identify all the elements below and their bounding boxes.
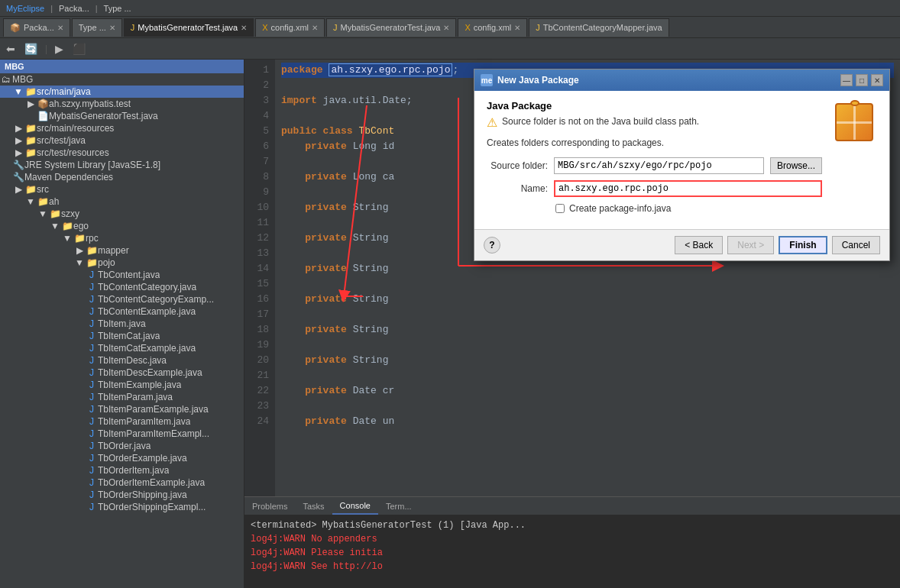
footer-buttons: < Back Next > Finish Cancel (675, 236, 880, 254)
tree-item-mbg[interactable]: 🗂 MBG (0, 73, 244, 86)
tab-close-icon[interactable]: ✕ (514, 24, 520, 32)
tree-item-tbitemparamitemex[interactable]: J TbItemParamItemExampl... (0, 428, 244, 440)
tab-close-icon[interactable]: ✕ (241, 24, 247, 32)
tree-item-tbitemdesc[interactable]: J TbItemDesc.java (0, 354, 244, 367)
tree-item-ego[interactable]: ▼ 📁 ego (0, 220, 244, 232)
name-label: Name: (487, 183, 548, 194)
tree-item-pojo[interactable]: ▼ 📁 pojo (0, 257, 244, 269)
console-log-2: log4j:WARN Please initia (251, 546, 894, 560)
tree-item-tbitemparam[interactable]: J TbItemParam.java (0, 391, 244, 403)
tree-item-tbitemparamex[interactable]: J TbItemParamExample.java (0, 403, 244, 415)
dialog-minimize-button[interactable]: — (840, 74, 853, 86)
tree-item-tbitemcatex[interactable]: J TbItemCatExample.java (0, 342, 244, 354)
tree-label: ego (73, 221, 89, 231)
help-button[interactable]: ? (484, 237, 500, 254)
browse-button[interactable]: Browse... (770, 157, 822, 174)
toolbar-btn-4[interactable]: ⬛ (70, 41, 89, 57)
tree-item-mybatisgen[interactable]: 📄 MybatisGeneratorTest.java (0, 110, 244, 122)
tree-item-tbitemex[interactable]: J TbItemExample.java (0, 379, 244, 391)
dialog-maximize-button[interactable]: □ (856, 74, 868, 86)
tree-item-tborder[interactable]: J TbOrder.java (0, 440, 244, 452)
expand-icon: ▼ (61, 233, 73, 244)
folder-icon: 📁 (24, 86, 37, 97)
tree-label: src/test/java (37, 135, 86, 146)
tab-mybatis-1[interactable]: J MybatisGeneratorTest.java ✕ (124, 18, 254, 37)
tree-item-maven[interactable]: 🔧 Maven Dependencies (0, 171, 244, 183)
tab-label: MybatisGeneratorTest.java (138, 23, 238, 32)
lib-icon: 🔧 (12, 172, 24, 183)
tree-item-srctestjava[interactable]: ▶ 📁 src/test/java (0, 134, 244, 147)
tree-label: Maven Dependencies (24, 172, 113, 183)
tree-item-rpc[interactable]: ▼ 📁 rpc (0, 232, 244, 244)
tree-label: TbItemParamExample.java (98, 404, 209, 415)
tree-item-tbitemcat[interactable]: J TbItemCat.java (0, 330, 244, 342)
tab-tbcontent[interactable]: J TbContentCategoryMapper.java (529, 18, 669, 37)
file-icon: J (86, 416, 98, 427)
footer-left: ? (484, 237, 500, 254)
tab-packa[interactable]: 📦 Packa... ✕ (3, 18, 70, 37)
toolbar-btn-2[interactable]: 🔄 (21, 41, 40, 57)
package-name-input[interactable] (554, 180, 822, 197)
breadcrumb-sep2: | (96, 4, 98, 13)
dialog-illustration (831, 100, 877, 141)
next-button[interactable]: Next > (727, 236, 774, 254)
tree-item-tbitem[interactable]: J TbItem.java (0, 318, 244, 330)
tree-item-srcmainjava[interactable]: ▼ 📁 src/main/java (0, 86, 244, 98)
toolbar-btn-3[interactable]: ▶ (52, 41, 66, 57)
tree-item-tbcontentex[interactable]: J TbContentExample.java (0, 305, 244, 318)
tree-item-src[interactable]: ▶ 📁 src (0, 183, 244, 195)
tab-type[interactable]: Type ... ✕ (72, 18, 122, 37)
back-button[interactable]: < Back (675, 236, 723, 254)
tree-label: TbItemParamItem.java (98, 416, 190, 427)
tree-item-srcmainres[interactable]: ▶ 📁 src/main/resources (0, 122, 244, 134)
tree-item-szxy[interactable]: ▼ 📁 szxy (0, 208, 244, 220)
tab-config-2[interactable]: X config.xml ✕ (458, 18, 527, 37)
finish-button[interactable]: Finish (779, 236, 827, 254)
expand-icon: ▼ (24, 196, 37, 207)
tree-label: TbItem.java (98, 318, 146, 329)
tree-label: JRE System Library [JavaSE-1.8] (24, 160, 160, 170)
cancel-button[interactable]: Cancel (832, 236, 880, 254)
tab-console[interactable]: Console (332, 497, 378, 515)
folder-icon: 📁 (24, 123, 37, 134)
tab-mybatis-2[interactable]: J MybatisGeneratorTest.java ✕ (326, 18, 456, 37)
tab-config-1[interactable]: X config.xml ✕ (255, 18, 325, 37)
tree-item-tborderitemex[interactable]: J TbOrderItemExample.java (0, 477, 244, 489)
tree-item-tbitemparamitem[interactable]: J TbItemParamItem.java (0, 415, 244, 428)
tab-close-icon[interactable]: ✕ (109, 24, 115, 32)
create-package-info-checkbox[interactable] (555, 204, 565, 213)
tab-tasks[interactable]: Tasks (295, 497, 332, 515)
tab-term[interactable]: Term... (378, 497, 419, 515)
tree-item-tbcontentcat[interactable]: J TbContentCategory.java (0, 281, 244, 293)
toolbar-btn-1[interactable]: ⬅ (3, 41, 18, 57)
code-line-21 (281, 368, 894, 383)
tab-close-icon[interactable]: ✕ (312, 24, 318, 32)
dialog-footer: ? < Back Next > Finish Cancel (474, 229, 889, 260)
tree-item-srctestres[interactable]: ▶ 📁 src/test/resources (0, 147, 244, 159)
expand-icon: ▶ (73, 245, 86, 256)
tree-item-tbitemdescex[interactable]: J TbItemDescExample.java (0, 367, 244, 379)
tree-label: TbItemCat.java (98, 331, 160, 341)
expand-icon: ▶ (24, 99, 37, 109)
tree-label: ah.szxy.mybatis.test (49, 99, 131, 109)
code-line-14: private String (281, 261, 894, 276)
tree-item-tbcontent[interactable]: J TbContent.java (0, 269, 244, 281)
source-folder-input[interactable] (554, 157, 764, 174)
tree-item-tborderitem[interactable]: J TbOrderItem.java (0, 464, 244, 477)
tab-close-icon[interactable]: ✕ (57, 24, 63, 32)
tab-close-icon[interactable]: ✕ (443, 24, 449, 32)
tree-item-ah[interactable]: ▼ 📁 ah (0, 195, 244, 208)
tree-item-package[interactable]: ▶ 📦 ah.szxy.mybatis.test (0, 98, 244, 110)
file-icon: J (86, 294, 98, 305)
name-field: Name: (487, 180, 822, 197)
java-file-icon-2: J (333, 23, 338, 32)
tree-item-tborderex[interactable]: J TbOrderExample.java (0, 452, 244, 464)
tab-problems[interactable]: Problems (244, 497, 295, 515)
tree-item-tbordershipping[interactable]: J TbOrderShipping.java (0, 489, 244, 501)
dialog-close-button[interactable]: ✕ (871, 74, 883, 86)
tree-item-mapper[interactable]: ▶ 📁 mapper (0, 244, 244, 257)
source-folder-label: Source folder: (487, 160, 548, 171)
tree-item-jre[interactable]: 🔧 JRE System Library [JavaSE-1.8] (0, 159, 244, 171)
tree-item-tbcontentcatex[interactable]: J TbContentCategoryExamp... (0, 293, 244, 305)
tree-item-tbordershippingex[interactable]: J TbOrderShippingExampl... (0, 501, 244, 513)
